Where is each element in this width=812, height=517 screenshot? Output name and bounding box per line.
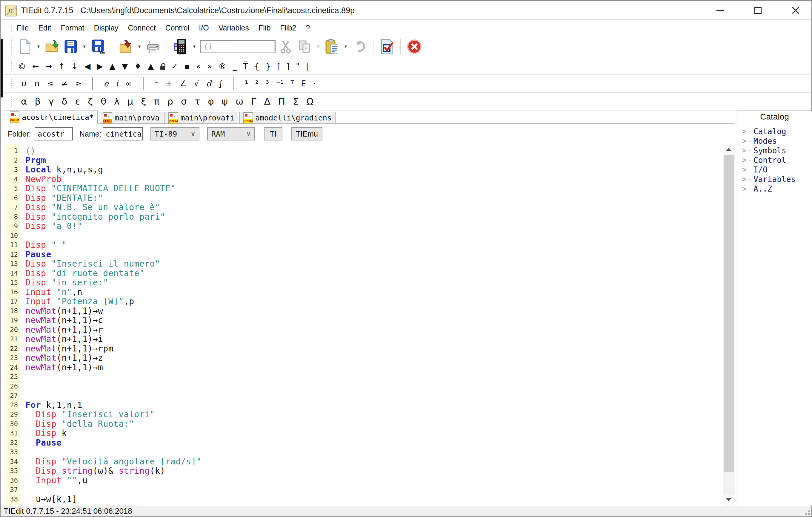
catalog-item-variables[interactable]: >·Variables: [742, 174, 812, 184]
symbol-button[interactable]: θ: [100, 97, 106, 106]
code-line[interactable]: u→w[k,1]: [25, 495, 722, 504]
import-dropdown[interactable]: ▼: [136, 38, 143, 56]
symbol-button[interactable]: Ω: [307, 97, 314, 106]
paste-button[interactable]: [324, 38, 340, 56]
symbol-button[interactable]: Γ: [251, 97, 256, 106]
symbol-button[interactable]: ¹: [245, 80, 248, 87]
symbol-button[interactable]: ∪: [21, 80, 27, 87]
code-line[interactable]: newMat(n+1,1)→i: [25, 334, 722, 344]
code-line[interactable]: Disp "Inserisci il numero": [25, 259, 722, 269]
symbol-button[interactable]: ▲: [148, 62, 154, 70]
symbol-button[interactable]: ©: [18, 62, 26, 70]
symbol-button[interactable]: ξ: [141, 97, 146, 106]
code-line[interactable]: Disp " ": [25, 240, 722, 250]
tab-main-prova[interactable]: FUNC main\prova: [99, 112, 164, 124]
menu-format[interactable]: Format: [61, 24, 84, 32]
minimize-button[interactable]: [714, 4, 727, 17]
symbol-button[interactable]: τ: [195, 97, 200, 106]
symbol-button[interactable]: ⁻¹: [276, 80, 284, 87]
symbol-button[interactable]: δ: [62, 97, 67, 106]
code-line[interactable]: Pause: [25, 250, 722, 260]
symbol-button[interactable]: ▶: [97, 62, 103, 70]
code-line[interactable]: newMat(n+1,1)→rpm: [25, 344, 722, 354]
menu-display[interactable]: Display: [94, 24, 118, 32]
catalog-item-symbols[interactable]: >·Symbols: [742, 146, 812, 155]
symbol-button[interactable]: γ: [48, 97, 54, 106]
menu-flib2[interactable]: Flib2: [280, 24, 296, 32]
copy-dropdown[interactable]: ▼: [315, 38, 321, 56]
symbol-button[interactable]: {: [254, 62, 259, 70]
symbol-button[interactable]: ↑: [58, 62, 65, 70]
menu-variables[interactable]: Variables: [219, 24, 249, 32]
menu--[interactable]: ?: [306, 24, 310, 32]
symbol-button[interactable]: ®: [219, 62, 227, 70]
folder-input[interactable]: acostr: [35, 127, 73, 140]
symbol-button[interactable]: i: [116, 80, 118, 87]
cut-button[interactable]: [278, 38, 294, 56]
symbol-button[interactable]: ·: [313, 80, 316, 87]
print-button[interactable]: [145, 38, 161, 56]
code-editor[interactable]: 1234567891011121314151617181920212223242…: [6, 144, 734, 505]
editor-scrollbar[interactable]: [723, 144, 734, 505]
symbol-button[interactable]: ∫: [219, 80, 223, 87]
undo-button[interactable]: [351, 38, 368, 56]
menu-flib[interactable]: Flib: [259, 24, 270, 32]
symbol-button[interactable]: σ: [181, 97, 187, 106]
expand-chevron-icon[interactable]: >: [742, 127, 746, 136]
symbol-button[interactable]: μ: [127, 97, 134, 106]
name-input[interactable]: cinetica: [103, 127, 143, 140]
validate-button[interactable]: [379, 38, 395, 56]
symbol-button[interactable]: ▼: [122, 62, 128, 70]
scroll-down-button[interactable]: [723, 495, 734, 505]
code-line[interactable]: newMat(n+1,1)→z: [25, 353, 722, 363]
code-line[interactable]: Disp "Inserisci valori": [25, 410, 722, 419]
paste-dropdown[interactable]: ▼: [342, 38, 349, 56]
expand-chevron-icon[interactable]: >: [742, 137, 746, 145]
symbol-button[interactable]: ³: [266, 80, 269, 87]
menu-file[interactable]: File: [17, 24, 29, 32]
code-area[interactable]: ()PrgmLocal k,n,u,s,gNewProbDisp "CINEMA…: [25, 144, 722, 505]
code-line[interactable]: NewProb: [25, 174, 722, 184]
symbol-button[interactable]: ◀: [85, 62, 91, 70]
symbol-button[interactable]: ▪: [184, 62, 190, 70]
menu-connect[interactable]: Connect: [128, 24, 156, 32]
symbol-button[interactable]: T̄: [243, 62, 248, 70]
symbol-button[interactable]: ω: [235, 97, 243, 106]
code-line[interactable]: Disp "N.B. Se un valore è": [25, 202, 722, 212]
scroll-up-button[interactable]: [723, 144, 734, 155]
import-button[interactable]: [118, 38, 134, 56]
catalog-item-control[interactable]: >·Control: [742, 155, 812, 165]
menu-edit[interactable]: Edit: [38, 24, 51, 32]
symbol-button[interactable]: »: [207, 62, 212, 70]
model-select[interactable]: TI-89 ∨: [150, 127, 199, 140]
symbol-button[interactable]: φ: [208, 97, 214, 106]
symbol-button[interactable]: ←: [32, 62, 39, 70]
symbol-button[interactable]: β: [35, 97, 40, 106]
save-dropdown[interactable]: ▼: [81, 38, 88, 56]
code-line[interactable]: [25, 485, 722, 495]
tiemu-button[interactable]: TIEmu: [291, 127, 322, 140]
menu-control[interactable]: Control: [165, 24, 190, 32]
symbol-button[interactable]: |: [306, 62, 309, 70]
symbol-button[interactable]: ♦: [134, 62, 142, 70]
code-line[interactable]: Input "n",n: [25, 288, 722, 297]
symbol-button[interactable]: e: [104, 80, 108, 87]
code-line[interactable]: newMat(n+1,1)→c: [25, 316, 722, 325]
code-line[interactable]: [25, 372, 722, 382]
symbol-button[interactable]: Σ: [293, 97, 299, 106]
symbol-button[interactable]: ρ: [167, 97, 173, 106]
copy-button[interactable]: [296, 38, 313, 56]
symbol-button[interactable]: [: [277, 62, 280, 70]
stop-button[interactable]: [406, 38, 423, 56]
symbol-button[interactable]: ": [296, 62, 299, 70]
code-line[interactable]: newMat(n+1,1)→m: [25, 363, 722, 372]
lock-icon[interactable]: [160, 66, 165, 70]
code-line[interactable]: Disp "DENTATE:": [25, 193, 722, 203]
code-line[interactable]: Disp k: [25, 429, 722, 438]
code-line[interactable]: [25, 391, 722, 401]
maximize-button[interactable]: [751, 4, 765, 17]
symbol-button[interactable]: ²: [255, 80, 259, 87]
code-line[interactable]: Disp "in serie:": [25, 278, 722, 288]
symbol-button[interactable]: ]: [286, 62, 290, 70]
code-line[interactable]: newMat(n+1,1)→r: [25, 325, 722, 335]
